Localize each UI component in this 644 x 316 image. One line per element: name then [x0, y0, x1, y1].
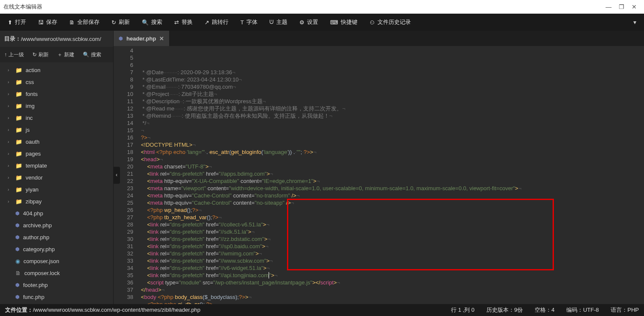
- file-composer.json[interactable]: ◉composer.json: [0, 255, 113, 267]
- file-composer.lock[interactable]: 🗎composer.lock: [0, 267, 113, 279]
- encoding[interactable]: 编码：UTF-8: [566, 306, 599, 314]
- folder-icon: 📁: [15, 127, 22, 133]
- folder-fonts[interactable]: ›📁fonts: [0, 88, 113, 100]
- goto-menu[interactable]: ↗跳转行: [199, 14, 234, 31]
- folder-icon: 📁: [15, 162, 22, 169]
- gear-icon: ◉: [15, 258, 20, 264]
- folder-icon: 📁: [15, 67, 22, 73]
- chevron-right-icon: ›: [8, 68, 12, 72]
- file-label: 404.php: [23, 210, 43, 217]
- file-author.php[interactable]: ⬢author.php: [0, 231, 113, 243]
- history-menu[interactable]: ⏲文件历史记录: [363, 14, 417, 31]
- file-tree[interactable]: ›📁action›📁css›📁fonts›📁img›📁inc›📁js›📁oaut…: [0, 62, 113, 304]
- minimize-button[interactable]: —: [602, 3, 615, 10]
- file-label: composer.lock: [24, 270, 60, 276]
- folder-css[interactable]: ›📁css: [0, 76, 113, 88]
- folder-js[interactable]: ›📁js: [0, 124, 113, 136]
- folder-oauth[interactable]: ›📁oauth: [0, 136, 113, 148]
- folder-label: css: [26, 79, 34, 85]
- folder-yiyan[interactable]: ›📁yiyan: [0, 183, 113, 195]
- panel-toggle[interactable]: ‹: [114, 167, 120, 184]
- menu-overflow[interactable]: ▾: [627, 19, 642, 26]
- theme-icon: ᕫ: [269, 19, 274, 26]
- window-title: 在线文本编辑器: [3, 3, 42, 11]
- folder-label: pages: [26, 151, 41, 157]
- chevron-right-icon: ›: [8, 139, 12, 144]
- up-level-button[interactable]: ↑上一级: [0, 51, 28, 58]
- file-loc-label: 文件位置：: [5, 307, 33, 313]
- php-icon: ⬢: [15, 223, 20, 228]
- file-footer.php[interactable]: ⬢footer.php: [0, 279, 113, 291]
- chevron-right-icon: ›: [8, 151, 12, 156]
- font-menu[interactable]: T字体: [234, 14, 263, 31]
- file-404.php[interactable]: ⬢404.php: [0, 207, 113, 219]
- folder-icon: 📁: [15, 139, 22, 145]
- tabs: ⬢ header.php ✕: [114, 31, 644, 46]
- search-menu[interactable]: 🔍搜索: [136, 14, 168, 31]
- sidebar-toolbar: ↑上一级 ↻刷新 ＋新建 🔍搜索: [0, 47, 113, 62]
- file-func.php[interactable]: ⬢func.php: [0, 291, 113, 303]
- arrow-up-icon: ↑: [4, 52, 7, 58]
- folder-template[interactable]: ›📁template: [0, 159, 113, 171]
- dir-path: /www/wwwroot/www.scbkw.com/: [21, 36, 101, 42]
- folder-icon: 📁: [15, 151, 22, 157]
- php-icon: ⬢: [15, 235, 20, 240]
- file-functions.php[interactable]: ⬢functions.php: [0, 303, 113, 304]
- file-archive.php[interactable]: ⬢archive.php: [0, 219, 113, 231]
- save-menu[interactable]: 🖫保存: [32, 14, 63, 31]
- folder-label: action: [26, 67, 41, 73]
- history-versions[interactable]: 历史版本：9份: [486, 306, 523, 314]
- chevron-right-icon: ›: [8, 163, 12, 168]
- folder-icon: 📁: [15, 79, 22, 85]
- menubar: ⬆打开 🖫保存 🗎全部保存 ↻刷新 🔍搜索 ⇄替换 ↗跳转行 T字体 ᕫ主题 ⚙…: [0, 14, 644, 31]
- chevron-right-icon: ›: [8, 199, 12, 204]
- folder-inc[interactable]: ›📁inc: [0, 112, 113, 124]
- code-content[interactable]: *·@Date·········:·2020-09-29·13:18:36¬ *…: [138, 46, 644, 304]
- open-menu[interactable]: ⬆打开: [2, 14, 32, 31]
- php-icon: ⬢: [15, 246, 20, 252]
- dir-label: 目录：: [4, 35, 21, 43]
- shortcuts-menu[interactable]: ⌨快捷键: [324, 14, 363, 31]
- settings-menu[interactable]: ⚙设置: [293, 14, 324, 31]
- php-icon: ⬢: [15, 282, 20, 288]
- folder-label: oauth: [26, 139, 40, 145]
- folder-icon: 📁: [15, 91, 22, 97]
- code-editor[interactable]: ‹ 45678910111213141516171819202122232425…: [114, 46, 644, 304]
- file-label: composer.json: [23, 258, 59, 264]
- cursor-position[interactable]: 行 1 ,列 0: [451, 306, 474, 314]
- folder-img[interactable]: ›📁img: [0, 100, 113, 112]
- php-icon: ⬢: [15, 211, 20, 216]
- new-file-button[interactable]: ＋新建: [53, 51, 79, 58]
- tab-header-php[interactable]: ⬢ header.php ✕: [114, 31, 169, 46]
- save-all-menu[interactable]: 🗎全部保存: [63, 14, 105, 31]
- refresh-menu[interactable]: ↻刷新: [105, 14, 136, 31]
- close-tab-icon[interactable]: ✕: [159, 35, 164, 42]
- chevron-right-icon: ›: [8, 104, 12, 108]
- editor-area: ⬢ header.php ✕ ‹ 45678910111213141516171…: [114, 31, 644, 304]
- replace-menu[interactable]: ⇄替换: [168, 14, 199, 31]
- theme-menu[interactable]: ᕫ主题: [263, 14, 293, 31]
- save-all-icon: 🗎: [69, 19, 75, 26]
- folder-vendor[interactable]: ›📁vendor: [0, 171, 113, 183]
- refresh-icon: ↻: [111, 19, 116, 26]
- search-tree-button[interactable]: 🔍搜索: [79, 51, 105, 58]
- folder-label: img: [26, 103, 35, 109]
- folder-label: js: [26, 127, 29, 133]
- folder-label: template: [26, 162, 47, 169]
- file-category.php[interactable]: ⬢category.php: [0, 243, 113, 255]
- folder-zibpay[interactable]: ›📁zibpay: [0, 195, 113, 207]
- folder-label: yiyan: [26, 186, 38, 193]
- upload-icon: ⬆: [8, 19, 12, 26]
- refresh-icon: ↻: [32, 52, 37, 58]
- language-mode[interactable]: 语言：PHP: [611, 306, 639, 314]
- file-icon: 🗎: [15, 270, 21, 276]
- folder-pages[interactable]: ›📁pages: [0, 148, 113, 159]
- folder-action[interactable]: ›📁action: [0, 64, 113, 76]
- close-button[interactable]: ✕: [628, 3, 641, 10]
- search-icon: 🔍: [83, 52, 89, 58]
- file-label: archive.php: [23, 222, 52, 229]
- refresh-tree-button[interactable]: ↻刷新: [28, 51, 53, 58]
- sidebar-dir: 目录：/www/wwwroot/www.scbkw.com/: [0, 31, 113, 47]
- indent-spaces[interactable]: 空格：4: [535, 306, 554, 314]
- maximize-button[interactable]: ❐: [615, 3, 628, 10]
